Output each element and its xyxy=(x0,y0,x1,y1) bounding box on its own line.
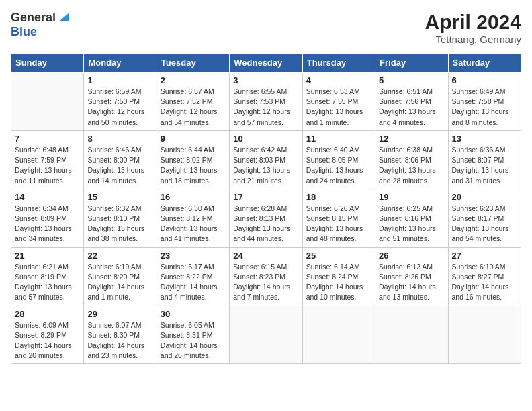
calendar-header-row: SundayMondayTuesdayWednesdayThursdayFrid… xyxy=(11,54,521,73)
column-header-thursday: Thursday xyxy=(302,54,375,73)
day-info: Sunrise: 6:51 AM Sunset: 7:56 PM Dayligh… xyxy=(379,87,444,128)
day-number: 16 xyxy=(161,192,226,202)
day-info: Sunrise: 6:46 AM Sunset: 8:00 PM Dayligh… xyxy=(87,145,152,186)
calendar-week-row: 28Sunrise: 6:09 AM Sunset: 8:29 PM Dayli… xyxy=(11,306,521,364)
calendar-cell xyxy=(448,306,521,364)
calendar-cell: 7Sunrise: 6:48 AM Sunset: 7:59 PM Daylig… xyxy=(11,130,84,189)
day-number: 20 xyxy=(452,192,517,202)
calendar-table: SundayMondayTuesdayWednesdayThursdayFrid… xyxy=(11,53,521,364)
day-number: 30 xyxy=(161,309,226,319)
calendar-cell xyxy=(302,306,375,364)
calendar-week-row: 14Sunrise: 6:34 AM Sunset: 8:09 PM Dayli… xyxy=(11,189,521,247)
day-info: Sunrise: 6:21 AM Sunset: 8:19 PM Dayligh… xyxy=(15,262,80,303)
calendar-cell xyxy=(375,306,448,364)
calendar-cell: 18Sunrise: 6:26 AM Sunset: 8:15 PM Dayli… xyxy=(302,189,375,247)
day-number: 15 xyxy=(87,192,152,202)
calendar-cell: 9Sunrise: 6:44 AM Sunset: 8:02 PM Daylig… xyxy=(157,130,229,189)
day-info: Sunrise: 6:53 AM Sunset: 7:55 PM Dayligh… xyxy=(306,87,371,128)
day-number: 17 xyxy=(233,192,298,202)
calendar-cell: 16Sunrise: 6:30 AM Sunset: 8:12 PM Dayli… xyxy=(157,189,229,247)
day-number: 7 xyxy=(15,134,80,144)
calendar-cell: 29Sunrise: 6:07 AM Sunset: 8:30 PM Dayli… xyxy=(84,306,157,364)
logo-blue: Blue xyxy=(11,25,37,38)
location: Tettnang, Germany xyxy=(425,34,521,45)
calendar-week-row: 7Sunrise: 6:48 AM Sunset: 7:59 PM Daylig… xyxy=(11,130,521,189)
logo: General Blue xyxy=(11,11,71,39)
day-info: Sunrise: 6:32 AM Sunset: 8:10 PM Dayligh… xyxy=(87,203,152,244)
day-info: Sunrise: 6:12 AM Sunset: 8:26 PM Dayligh… xyxy=(379,262,444,303)
day-number: 22 xyxy=(87,250,152,261)
day-info: Sunrise: 6:49 AM Sunset: 7:58 PM Dayligh… xyxy=(452,87,517,128)
day-number: 14 xyxy=(15,192,80,202)
day-info: Sunrise: 6:10 AM Sunset: 8:27 PM Dayligh… xyxy=(452,262,517,303)
calendar-cell: 14Sunrise: 6:34 AM Sunset: 8:09 PM Dayli… xyxy=(11,189,84,247)
calendar-cell: 21Sunrise: 6:21 AM Sunset: 8:19 PM Dayli… xyxy=(11,247,84,306)
calendar-cell: 20Sunrise: 6:23 AM Sunset: 8:17 PM Dayli… xyxy=(448,189,521,247)
day-number: 9 xyxy=(161,134,226,144)
column-header-friday: Friday xyxy=(375,54,448,73)
day-info: Sunrise: 6:07 AM Sunset: 8:30 PM Dayligh… xyxy=(87,320,152,361)
column-header-sunday: Sunday xyxy=(11,54,84,73)
calendar-cell: 4Sunrise: 6:53 AM Sunset: 7:55 PM Daylig… xyxy=(302,73,375,131)
day-info: Sunrise: 6:28 AM Sunset: 8:13 PM Dayligh… xyxy=(233,203,298,244)
header: General Blue April 2024 Tettnang, German… xyxy=(11,11,521,45)
day-number: 25 xyxy=(306,250,371,261)
month-year: April 2024 xyxy=(425,11,521,34)
day-number: 4 xyxy=(306,75,371,85)
day-info: Sunrise: 6:44 AM Sunset: 8:02 PM Dayligh… xyxy=(161,145,226,186)
day-info: Sunrise: 6:23 AM Sunset: 8:17 PM Dayligh… xyxy=(452,203,517,244)
day-number: 11 xyxy=(306,134,371,144)
day-number: 8 xyxy=(87,134,152,144)
calendar-cell: 28Sunrise: 6:09 AM Sunset: 8:29 PM Dayli… xyxy=(11,306,84,364)
calendar-week-row: 21Sunrise: 6:21 AM Sunset: 8:19 PM Dayli… xyxy=(11,247,521,306)
calendar-cell: 27Sunrise: 6:10 AM Sunset: 8:27 PM Dayli… xyxy=(448,247,521,306)
day-number: 21 xyxy=(15,250,80,261)
day-number: 26 xyxy=(379,250,444,261)
day-number: 10 xyxy=(233,134,298,144)
calendar-cell: 1Sunrise: 6:59 AM Sunset: 7:50 PM Daylig… xyxy=(84,73,157,131)
calendar-cell: 13Sunrise: 6:36 AM Sunset: 8:07 PM Dayli… xyxy=(448,130,521,189)
day-number: 6 xyxy=(452,75,517,85)
column-header-wednesday: Wednesday xyxy=(230,54,302,73)
calendar-cell: 26Sunrise: 6:12 AM Sunset: 8:26 PM Dayli… xyxy=(375,247,448,306)
day-info: Sunrise: 6:42 AM Sunset: 8:03 PM Dayligh… xyxy=(233,145,298,186)
day-number: 2 xyxy=(161,75,226,85)
day-info: Sunrise: 6:26 AM Sunset: 8:15 PM Dayligh… xyxy=(306,203,371,244)
calendar-cell: 11Sunrise: 6:40 AM Sunset: 8:05 PM Dayli… xyxy=(302,130,375,189)
calendar-cell: 3Sunrise: 6:55 AM Sunset: 7:53 PM Daylig… xyxy=(230,73,302,131)
calendar-cell: 22Sunrise: 6:19 AM Sunset: 8:20 PM Dayli… xyxy=(84,247,157,306)
day-number: 5 xyxy=(379,75,444,85)
day-number: 28 xyxy=(15,309,80,319)
day-number: 19 xyxy=(379,192,444,202)
day-info: Sunrise: 6:14 AM Sunset: 8:24 PM Dayligh… xyxy=(306,262,371,303)
day-info: Sunrise: 6:17 AM Sunset: 8:22 PM Dayligh… xyxy=(161,262,226,303)
day-number: 23 xyxy=(161,250,226,261)
day-info: Sunrise: 6:40 AM Sunset: 8:05 PM Dayligh… xyxy=(306,145,371,186)
day-number: 12 xyxy=(379,134,444,144)
day-number: 13 xyxy=(452,134,517,144)
calendar-cell: 30Sunrise: 6:05 AM Sunset: 8:31 PM Dayli… xyxy=(157,306,229,364)
day-info: Sunrise: 6:15 AM Sunset: 8:23 PM Dayligh… xyxy=(233,262,298,303)
day-info: Sunrise: 6:36 AM Sunset: 8:07 PM Dayligh… xyxy=(452,145,517,186)
day-info: Sunrise: 6:59 AM Sunset: 7:50 PM Dayligh… xyxy=(87,87,152,128)
day-info: Sunrise: 6:48 AM Sunset: 7:59 PM Dayligh… xyxy=(15,145,80,186)
day-info: Sunrise: 6:09 AM Sunset: 8:29 PM Dayligh… xyxy=(15,320,80,361)
calendar-cell: 15Sunrise: 6:32 AM Sunset: 8:10 PM Dayli… xyxy=(84,189,157,247)
calendar-cell xyxy=(11,73,84,131)
day-info: Sunrise: 6:30 AM Sunset: 8:12 PM Dayligh… xyxy=(161,203,226,244)
calendar-cell: 19Sunrise: 6:25 AM Sunset: 8:16 PM Dayli… xyxy=(375,189,448,247)
day-info: Sunrise: 6:25 AM Sunset: 8:16 PM Dayligh… xyxy=(379,203,444,244)
day-info: Sunrise: 6:57 AM Sunset: 7:52 PM Dayligh… xyxy=(161,87,226,128)
day-number: 27 xyxy=(452,250,517,261)
calendar-cell: 6Sunrise: 6:49 AM Sunset: 7:58 PM Daylig… xyxy=(448,73,521,131)
day-number: 29 xyxy=(87,309,152,319)
logo-general: General xyxy=(11,11,56,25)
calendar-cell: 23Sunrise: 6:17 AM Sunset: 8:22 PM Dayli… xyxy=(157,247,229,306)
calendar-cell xyxy=(230,306,302,364)
calendar-cell: 17Sunrise: 6:28 AM Sunset: 8:13 PM Dayli… xyxy=(230,189,302,247)
title-area: April 2024 Tettnang, Germany xyxy=(425,11,521,45)
day-number: 1 xyxy=(87,75,152,85)
day-number: 3 xyxy=(233,75,298,85)
day-info: Sunrise: 6:38 AM Sunset: 8:06 PM Dayligh… xyxy=(379,145,444,186)
svg-marker-0 xyxy=(60,13,69,21)
